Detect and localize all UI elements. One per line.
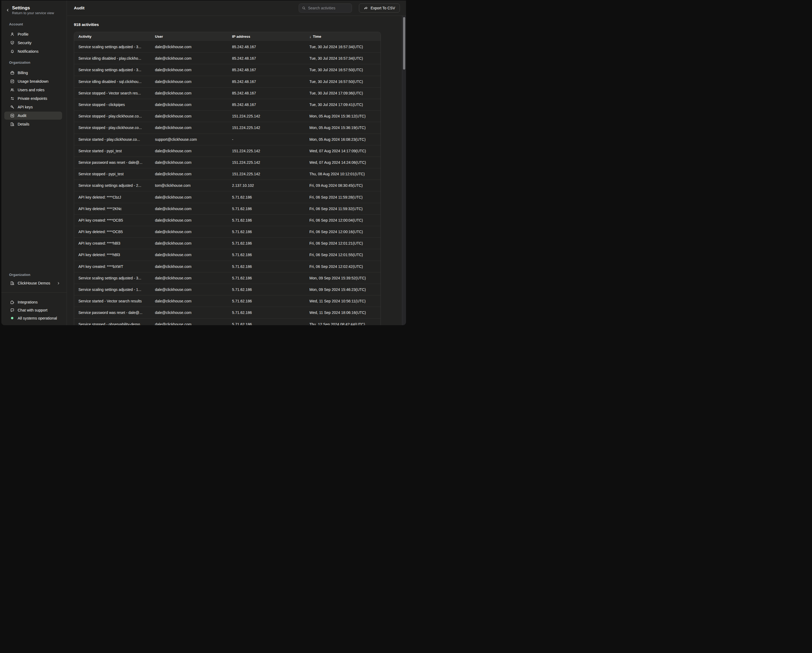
export-to-csv-button[interactable]: Export To CSV bbox=[359, 3, 400, 12]
cell-activity: Service password was reset - dale@... bbox=[74, 310, 155, 315]
column-header-activity[interactable]: Activity bbox=[74, 35, 155, 38]
column-header-user[interactable]: User bbox=[155, 35, 232, 38]
cell-user: dale@clickhouse.com bbox=[155, 56, 232, 61]
sidebar-item-billing[interactable]: Billing bbox=[2, 69, 67, 77]
cell-ip: 151.224.225.142 bbox=[232, 125, 309, 130]
sidebar-item-notifications[interactable]: Notifications bbox=[2, 47, 67, 56]
cell-time: Wed, 07 Aug 2024 14:17:09(UTC) bbox=[309, 149, 380, 153]
cell-time: Fri, 06 Sep 2024 12:01:21(UTC) bbox=[309, 241, 380, 246]
status-dot-icon bbox=[10, 316, 15, 320]
cell-ip: 5.71.62.186 bbox=[232, 230, 309, 234]
user-icon bbox=[10, 32, 15, 37]
cell-ip: 85.242.48.167 bbox=[232, 56, 309, 61]
table-row: API key deleted: ****OCB5dale@clickhouse… bbox=[74, 226, 380, 237]
account-nav: Profile Security Notifications bbox=[2, 30, 67, 56]
sidebar-item-label: Profile bbox=[18, 32, 29, 37]
chevron-right-icon bbox=[57, 282, 60, 285]
main-content: Audit Export To CSV 918 activities Activ… bbox=[67, 0, 406, 325]
cell-ip: 5.71.62.186 bbox=[232, 276, 309, 280]
cell-activity: Service scaling settings adjusted - 2... bbox=[74, 183, 155, 188]
table-row: Service idling disabled - sql.clickhou..… bbox=[74, 76, 380, 87]
table-row: API key created: ****bXWTdale@clickhouse… bbox=[74, 261, 380, 272]
cell-user: dale@clickhouse.com bbox=[155, 68, 232, 72]
column-header-ip-address[interactable]: IP address bbox=[232, 35, 309, 38]
cell-activity: API key deleted: ****2KNc bbox=[74, 207, 155, 211]
sidebar-item-label: Notifications bbox=[18, 49, 38, 53]
cell-user: dale@clickhouse.com bbox=[155, 253, 232, 257]
cell-activity: Service stopped - pypi_test bbox=[74, 172, 155, 176]
sidebar-item-label: Billing bbox=[18, 71, 28, 75]
cell-time: Thu, 08 Aug 2024 10:12:01(UTC) bbox=[309, 172, 380, 176]
table-row: API key created: ****hBl3dale@clickhouse… bbox=[74, 237, 380, 249]
back-button[interactable] bbox=[5, 8, 11, 13]
cell-activity: Service scaling settings adjusted - 3... bbox=[74, 276, 155, 280]
cell-ip: 5.71.62.186 bbox=[232, 299, 309, 303]
building-icon bbox=[10, 281, 15, 285]
sidebar-item-details[interactable]: Details bbox=[2, 120, 67, 128]
cell-ip: - bbox=[232, 137, 309, 142]
puzzle-icon bbox=[10, 300, 15, 305]
cell-activity: Service stopped - clickpipes bbox=[74, 102, 155, 107]
system-status-link[interactable]: All systems operational bbox=[2, 314, 67, 322]
section-label-org-switcher: Organization bbox=[9, 272, 30, 277]
cell-user: dale@clickhouse.com bbox=[155, 310, 232, 315]
sidebar-item-security[interactable]: Security bbox=[2, 38, 67, 47]
cell-user: dale@clickhouse.com bbox=[155, 299, 232, 303]
cell-time: Fri, 09 Aug 2024 08:30:45(UTC) bbox=[309, 183, 380, 188]
cell-activity: Service scaling settings adjusted - 1... bbox=[74, 287, 155, 292]
column-header-label: Time bbox=[313, 35, 321, 38]
cell-ip: 5.71.62.186 bbox=[232, 207, 309, 211]
cell-activity: Service stopped - observability-demo bbox=[74, 322, 155, 325]
sidebar-footer: Integrations Chat with support All syste… bbox=[2, 298, 67, 322]
sidebar-item-profile[interactable]: Profile bbox=[2, 30, 67, 38]
cell-activity: API key created: ****bXWT bbox=[74, 264, 155, 269]
table-row: Service stopped - Vector search res...da… bbox=[74, 87, 380, 99]
cell-user: dale@clickhouse.com bbox=[155, 322, 232, 325]
org-switcher: ClickHouse Demos bbox=[2, 279, 67, 287]
activity-count: 918 activities bbox=[74, 21, 99, 28]
sidebar-item-audit[interactable]: Audit bbox=[2, 111, 67, 120]
export-arrow-icon bbox=[364, 6, 368, 11]
cell-user: dale@clickhouse.com bbox=[155, 241, 232, 246]
billing-icon bbox=[10, 70, 15, 75]
cell-time: Tue, 30 Jul 2024 16:57:50(UTC) bbox=[309, 79, 380, 84]
cell-activity: Service stopped - Vector search res... bbox=[74, 91, 155, 95]
cell-activity: Service idling disabled - sql.clickhou..… bbox=[74, 79, 155, 84]
column-header-time[interactable]: ↓ Time bbox=[309, 35, 380, 39]
cell-activity: Service password was reset - dale@... bbox=[74, 160, 155, 165]
table-row: API key deleted: ****2KNcdale@clickhouse… bbox=[74, 203, 380, 214]
cell-ip: 5.71.62.186 bbox=[232, 195, 309, 199]
cell-time: Tue, 30 Jul 2024 16:57:50(UTC) bbox=[309, 68, 380, 72]
sidebar-item-label: API keys bbox=[18, 105, 33, 109]
building-icon bbox=[10, 122, 15, 127]
cell-user: dale@clickhouse.com bbox=[155, 172, 232, 176]
chart-box-icon bbox=[10, 79, 15, 84]
cell-time: Mon, 09 Sep 2024 15:46:23(UTC) bbox=[309, 287, 380, 292]
integrations-link[interactable]: Integrations bbox=[2, 298, 67, 306]
sidebar-item-api-keys[interactable]: API keys bbox=[2, 103, 67, 111]
page-title: Audit bbox=[74, 6, 85, 11]
cell-ip: 5.71.62.186 bbox=[232, 241, 309, 246]
cell-time: Mon, 05 Aug 2024 15:36:12(UTC) bbox=[309, 114, 380, 118]
sidebar-item-private-endpoints[interactable]: Private endpoints bbox=[2, 94, 67, 103]
scrollbar-thumb[interactable] bbox=[403, 17, 405, 70]
cell-time: Mon, 05 Aug 2024 16:08:23(UTC) bbox=[309, 137, 380, 142]
cell-time: Fri, 06 Sep 2024 12:02:42(UTC) bbox=[309, 264, 380, 269]
cell-time: Wed, 11 Sep 2024 18:06:16(UTC) bbox=[309, 310, 380, 315]
scrollbar-track[interactable] bbox=[402, 16, 406, 325]
cell-user: dale@clickhouse.com bbox=[155, 114, 232, 118]
cell-ip: 5.71.62.186 bbox=[232, 310, 309, 315]
search-input[interactable] bbox=[308, 6, 349, 10]
footer-item-label: All systems operational bbox=[18, 316, 57, 320]
sidebar-item-users-and-roles[interactable]: Users and roles bbox=[2, 85, 67, 94]
cell-user: dale@clickhouse.com bbox=[155, 91, 232, 95]
cell-ip: 5.71.62.186 bbox=[232, 218, 309, 223]
cell-ip: 151.224.225.142 bbox=[232, 114, 309, 118]
table-row: Service stopped - clickpipesdale@clickho… bbox=[74, 99, 380, 110]
cell-time: Tue, 30 Jul 2024 16:57:34(UTC) bbox=[309, 45, 380, 49]
sidebar-item-usage-breakdown[interactable]: Usage breakdown bbox=[2, 77, 67, 85]
table-row: Service started - Vector search resultsd… bbox=[74, 295, 380, 307]
cell-time: Wed, 11 Sep 2024 10:56:11(UTC) bbox=[309, 299, 380, 303]
org-switcher-item[interactable]: ClickHouse Demos bbox=[2, 279, 67, 287]
chat-with-support-link[interactable]: Chat with support bbox=[2, 306, 67, 314]
